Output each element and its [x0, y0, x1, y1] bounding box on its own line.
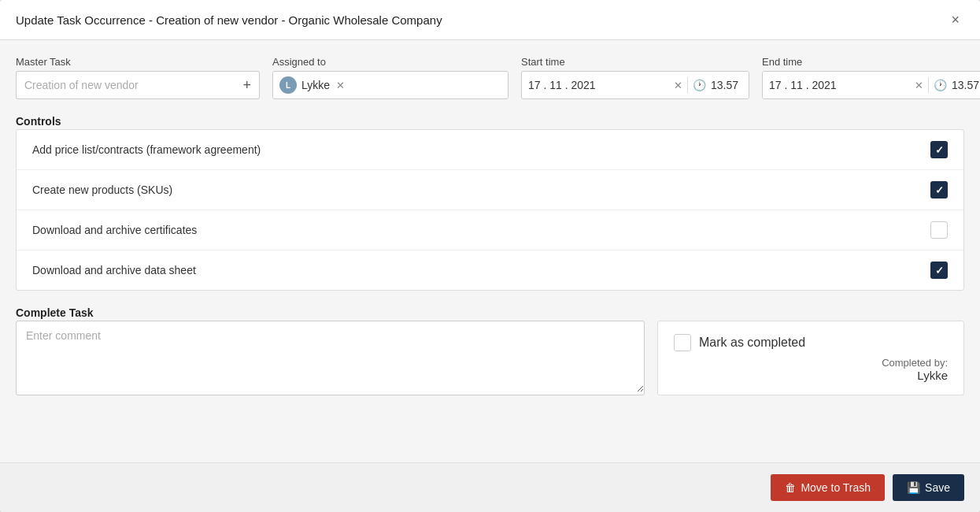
- clock-icon-end: 🕐: [934, 79, 947, 91]
- fields-row: Master Task + Assigned to L Lykke ✕ Star…: [16, 56, 964, 99]
- save-button[interactable]: 💾 Save: [893, 474, 964, 501]
- close-button[interactable]: ×: [946, 11, 964, 28]
- complete-task-label: Complete Task: [16, 306, 964, 319]
- remove-assignee-button[interactable]: ✕: [335, 80, 346, 91]
- modal-title: Update Task Occurrence - Creation of new…: [16, 13, 442, 27]
- comment-area: [16, 321, 645, 395]
- end-date-input[interactable]: [769, 79, 910, 91]
- time-separator-end: [928, 77, 929, 93]
- control-checkbox-0[interactable]: [930, 141, 948, 158]
- save-label: Save: [925, 481, 950, 494]
- trash-label: Move to Trash: [801, 481, 871, 494]
- master-task-inner: +: [16, 71, 260, 99]
- complete-task-row: Mark as completed Completed by: Lykke: [16, 321, 964, 395]
- control-checkbox-3[interactable]: [930, 262, 948, 279]
- complete-task-section-wrapper: Complete Task Mark as completed Complete…: [16, 306, 964, 395]
- end-datetime-field: ✕ 🕐: [762, 71, 980, 99]
- time-separator: [687, 77, 688, 93]
- control-row-0: Add price list/contracts (framework agre…: [17, 130, 963, 170]
- modal: Update Task Occurrence - Creation of new…: [0, 0, 980, 512]
- move-to-trash-button[interactable]: 🗑 Move to Trash: [771, 474, 885, 501]
- clear-end-date-button[interactable]: ✕: [915, 80, 923, 91]
- modal-header: Update Task Occurrence - Creation of new…: [0, 0, 980, 40]
- control-checkbox-2[interactable]: [930, 221, 948, 239]
- completed-by-section: Completed by: Lykke: [674, 357, 948, 382]
- control-row-3: Download and archive data sheet: [17, 250, 963, 290]
- control-label-1: Create new products (SKUs): [32, 184, 172, 196]
- mark-complete-row: Mark as completed: [674, 334, 948, 351]
- trash-icon: 🗑: [785, 481, 796, 494]
- start-time-input[interactable]: [711, 79, 742, 91]
- end-time-input[interactable]: [952, 79, 980, 91]
- avatar: L: [279, 76, 297, 94]
- mark-complete-box: Mark as completed Completed by: Lykke: [657, 321, 964, 395]
- controls-section-wrapper: Controls Add price list/contracts (frame…: [16, 115, 964, 291]
- save-icon: 💾: [907, 481, 920, 494]
- control-row-1: Create new products (SKUs): [17, 170, 963, 210]
- start-time-label: Start time: [521, 56, 749, 68]
- master-task-group: Master Task +: [16, 56, 260, 99]
- end-time-label: End time: [762, 56, 980, 68]
- completed-by-label: Completed by:: [674, 357, 948, 369]
- clear-start-date-button[interactable]: ✕: [674, 80, 682, 91]
- control-checkbox-1[interactable]: [930, 181, 948, 198]
- comment-input[interactable]: [17, 321, 644, 392]
- start-date-input[interactable]: [528, 79, 669, 91]
- control-label-3: Download and archive data sheet: [32, 264, 196, 276]
- start-time-group: Start time ✕ 🕐: [521, 56, 749, 99]
- control-label-2: Download and archive certificates: [32, 224, 197, 236]
- master-task-label: Master Task: [16, 56, 260, 68]
- assigned-to-group: Assigned to L Lykke ✕: [272, 56, 508, 99]
- assigned-to-field[interactable]: L Lykke ✕: [272, 71, 508, 99]
- start-datetime-field: ✕ 🕐: [521, 71, 749, 99]
- assignee-name: Lykke: [301, 79, 330, 91]
- mark-completed-checkbox[interactable]: [674, 334, 691, 351]
- mark-completed-label: Mark as completed: [699, 336, 805, 350]
- control-label-0: Add price list/contracts (framework agre…: [32, 143, 261, 156]
- master-task-input[interactable]: [16, 71, 235, 99]
- add-master-task-button[interactable]: +: [235, 71, 260, 99]
- control-row-2: Download and archive certificates: [17, 210, 963, 250]
- completed-by-name: Lykke: [674, 369, 948, 382]
- modal-footer: 🗑 Move to Trash 💾 Save: [0, 462, 980, 512]
- end-time-group: End time ✕ 🕐: [762, 56, 980, 99]
- assigned-to-label: Assigned to: [272, 56, 508, 68]
- controls-section-label: Controls: [16, 115, 964, 128]
- controls-list: Add price list/contracts (framework agre…: [16, 129, 964, 291]
- clock-icon: 🕐: [693, 79, 706, 91]
- modal-body: Master Task + Assigned to L Lykke ✕ Star…: [0, 40, 980, 462]
